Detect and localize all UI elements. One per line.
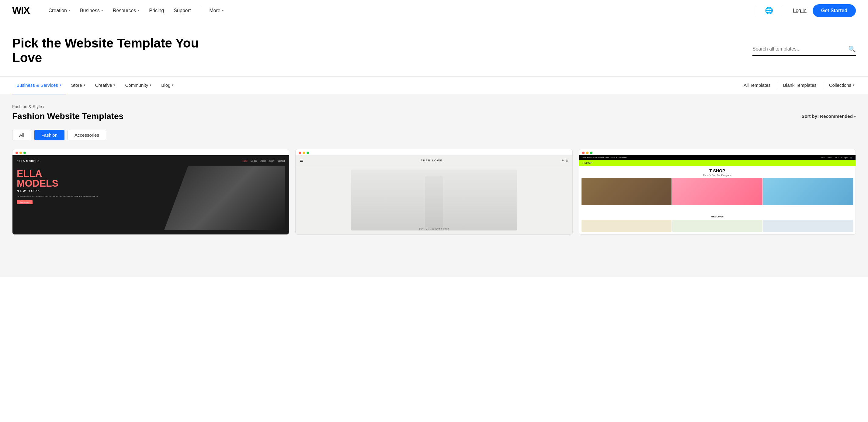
get-started-button[interactable]: Get Started bbox=[813, 4, 856, 17]
nav-business-label: Business bbox=[80, 8, 100, 13]
cat-community[interactable]: Community ▾ bbox=[121, 77, 156, 94]
nav-items: Creation ▾ Business ▾ Resources ▾ Pricin… bbox=[44, 5, 751, 16]
filter-all[interactable]: All bbox=[12, 130, 31, 140]
cat-right: All Templates Blank Templates Collection… bbox=[742, 80, 856, 90]
tshop-header: Save a flat 25% off sitewide using TSTOC… bbox=[579, 155, 856, 160]
nav-resources-label: Resources bbox=[113, 8, 136, 13]
t-shop-thumb: Save a flat 25% off sitewide using TSTOC… bbox=[579, 155, 856, 234]
dot-red-tshop bbox=[582, 151, 585, 154]
tshop-image-2 bbox=[672, 178, 762, 205]
all-templates-link[interactable]: All Templates bbox=[742, 80, 772, 90]
nav-more-label: More bbox=[209, 8, 220, 13]
cat-blog-label: Blog bbox=[161, 83, 170, 88]
cat-creative-label: Creative bbox=[95, 83, 112, 88]
nav-business[interactable]: Business ▾ bbox=[76, 5, 107, 16]
breadcrumb: Fashion & Style / bbox=[12, 104, 856, 109]
template-card-ella-models[interactable]: ELLA MODELS. Home Models About Apply Con… bbox=[12, 149, 289, 235]
sort-chevron: ▾ bbox=[854, 115, 856, 118]
eden-model-area bbox=[351, 170, 517, 230]
search-icon[interactable]: 🔍 bbox=[848, 45, 856, 53]
cat-business-services[interactable]: Business & Services ▾ bbox=[12, 77, 66, 94]
nav-resources[interactable]: Resources ▾ bbox=[108, 5, 144, 16]
nav-creation-chevron: ▾ bbox=[68, 8, 70, 12]
window-chrome-eden bbox=[296, 149, 572, 155]
eden-icons: ⊕ ◎ bbox=[561, 159, 568, 162]
eden-figure bbox=[425, 176, 443, 230]
nav-more[interactable]: More ▾ bbox=[205, 5, 228, 16]
dot-red bbox=[16, 151, 18, 154]
nav-business-chevron: ▾ bbox=[101, 8, 103, 12]
filter-accessories[interactable]: Accessories bbox=[67, 130, 106, 140]
tshop-faq-link: FAQ bbox=[835, 157, 838, 159]
blank-templates-link[interactable]: Blank Templates bbox=[782, 80, 818, 90]
tshop-subnav: T SHOP bbox=[579, 160, 856, 166]
hero-section: Pick the Website Template You Love 🔍 bbox=[0, 21, 868, 77]
main-content: Fashion & Style / Fashion Website Templa… bbox=[0, 94, 868, 277]
collections-label: Collections bbox=[829, 83, 851, 88]
window-chrome bbox=[12, 149, 289, 155]
tshop-image-3 bbox=[763, 178, 853, 205]
nav-divider bbox=[200, 6, 200, 15]
nav-right-divider bbox=[755, 6, 755, 15]
nav-login-divider bbox=[783, 6, 783, 15]
cat-store[interactable]: Store ▾ bbox=[67, 77, 90, 94]
tshop-cart-icon: 🛒 bbox=[850, 157, 852, 159]
nav-pricing[interactable]: Pricing bbox=[145, 5, 168, 16]
filter-fashion[interactable]: Fashion bbox=[34, 130, 64, 140]
ella-logo: ELLA MODELS. bbox=[17, 160, 41, 163]
cat-right-divider-1 bbox=[777, 82, 777, 89]
dot-green-eden bbox=[307, 151, 309, 154]
ella-nav-about: About bbox=[260, 160, 266, 162]
collections-chevron: ▾ bbox=[853, 83, 855, 87]
search-input[interactable] bbox=[752, 46, 848, 52]
tshop-small-image-3 bbox=[763, 220, 853, 232]
globe-icon[interactable]: 🌐 bbox=[765, 7, 773, 15]
nav-pricing-label: Pricing bbox=[149, 8, 164, 13]
nav-support[interactable]: Support bbox=[169, 5, 195, 16]
ella-nav: ELLA MODELS. Home Models About Apply Con… bbox=[17, 160, 285, 163]
cat-store-label: Store bbox=[71, 83, 82, 88]
template-card-t-shop[interactable]: Save a flat 25% off sitewide using TSTOC… bbox=[579, 149, 856, 235]
page-header: Fashion Website Templates Sort by: Recom… bbox=[12, 111, 856, 121]
eden-lowe-preview: ☰ EDEN LOWE. ⊕ ◎ AUTUMN / WINTER 2023 bbox=[296, 155, 572, 234]
cat-community-label: Community bbox=[125, 83, 148, 88]
eden-logo: EDEN LOWE. bbox=[421, 159, 444, 162]
tshop-new-drops: New Drops bbox=[579, 214, 856, 220]
login-link[interactable]: Log In bbox=[793, 8, 806, 13]
window-chrome-tshop bbox=[579, 149, 856, 155]
sort-value: Recommended bbox=[820, 114, 853, 119]
eden-hamburger-icon: ☰ bbox=[300, 158, 303, 163]
nav-more-chevron: ▾ bbox=[222, 8, 224, 12]
eden-nav: ☰ EDEN LOWE. ⊕ ◎ bbox=[296, 155, 572, 166]
template-grid: ELLA MODELS. Home Models About Apply Con… bbox=[12, 149, 856, 235]
tshop-header-nav: Blog About FAQ ⊕ Log In 🛒 bbox=[822, 157, 852, 159]
eden-user-icon: ◎ bbox=[566, 159, 568, 162]
cat-blog-chevron: ▾ bbox=[172, 83, 174, 87]
tshop-hero-text: T SHOP There's One For Everyone bbox=[579, 166, 856, 178]
ella-nav-models: Models bbox=[251, 160, 257, 162]
sort-by-dropdown[interactable]: Sort by: Recommended ▾ bbox=[801, 114, 856, 119]
category-nav: Business & Services ▾ Store ▾ Creative ▾… bbox=[0, 77, 868, 94]
tshop-image-1 bbox=[582, 178, 672, 205]
eden-lowe-thumb: ☰ EDEN LOWE. ⊕ ◎ AUTUMN / WINTER 2023 bbox=[296, 155, 572, 234]
template-card-eden-lowe[interactable]: ☰ EDEN LOWE. ⊕ ◎ AUTUMN / WINTER 2023 bbox=[295, 149, 572, 235]
page-title: Fashion Website Templates bbox=[12, 111, 123, 121]
collections-link[interactable]: Collections ▾ bbox=[828, 80, 856, 90]
tshop-brand: T SHOP bbox=[582, 161, 592, 164]
cat-blog[interactable]: Blog ▾ bbox=[157, 77, 178, 94]
eden-info-text: AUTUMN / WINTER 2023 bbox=[296, 228, 572, 230]
eden-info: AUTUMN / WINTER 2023 bbox=[296, 228, 572, 230]
ella-nav-contact: Contact bbox=[277, 160, 285, 162]
tshop-image-grid bbox=[579, 178, 856, 214]
tshop-subtitle: There's One For Everyone bbox=[579, 174, 856, 177]
nav-creation-label: Creation bbox=[49, 8, 67, 13]
tshop-login-link: ⊕ Log In bbox=[841, 157, 848, 159]
logo[interactable]: WIX bbox=[12, 5, 30, 16]
navbar: WIX Creation ▾ Business ▾ Resources ▾ Pr… bbox=[0, 0, 868, 21]
ella-cta-button: See Models bbox=[17, 200, 33, 204]
cat-creative[interactable]: Creative ▾ bbox=[91, 77, 120, 94]
cat-business-chevron: ▾ bbox=[60, 83, 61, 87]
dot-green bbox=[23, 151, 26, 154]
nav-creation[interactable]: Creation ▾ bbox=[44, 5, 74, 16]
dot-red-eden bbox=[299, 151, 301, 154]
